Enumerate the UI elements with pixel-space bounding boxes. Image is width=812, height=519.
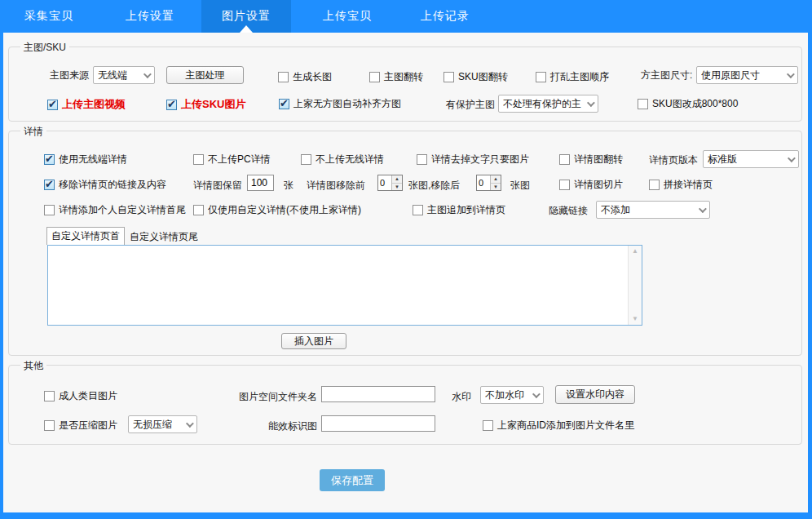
detail-remove-back-stepper[interactable]: 0 ▲▼: [476, 175, 501, 191]
checkbox-label: 成人类目图片: [59, 389, 117, 403]
checkbox-icon: [193, 205, 204, 215]
checkbox-detail-slice[interactable]: 详情图切片: [559, 178, 623, 192]
checkbox-detail-images-only[interactable]: 详情去掉文字只要图片: [417, 153, 529, 166]
hidden-link-select[interactable]: 不添加: [596, 201, 710, 219]
detail-remove-front-label: 详情图移除前: [307, 180, 365, 191]
main-source-select[interactable]: 无线端: [93, 66, 155, 84]
checkbox-only-custom-detail[interactable]: 仅使用自定义详情(不使用上家详情): [193, 203, 361, 217]
nav-tab-upload-history[interactable]: 上传记录: [400, 0, 490, 33]
section-legend-detail: 详情: [20, 125, 46, 139]
checkbox-sku-resize-800[interactable]: SKU图改成800*800: [638, 97, 738, 111]
section-main-sku: 主图/SKU 主图来源 无线端 主图处理 生成长图 主图翻转 SKU图翻转: [8, 47, 802, 122]
chevron-down-icon: [787, 70, 795, 78]
tab-label: 自定义详情页首: [51, 229, 120, 243]
checkbox-icon: [649, 180, 660, 190]
detail-keep-count-input[interactable]: [247, 175, 274, 191]
chevron-down-icon: [699, 205, 707, 213]
checkbox-append-main-to-detail[interactable]: 主图追加到详情页: [413, 203, 505, 217]
tab-label: 自定义详情页尾: [130, 230, 198, 244]
scroll-down-icon[interactable]: ▼: [632, 316, 638, 322]
nav-tab-upload-settings[interactable]: 上传设置: [105, 0, 195, 33]
image-folder-label: 图片空间文件夹名: [229, 392, 317, 402]
checkbox-upload-main-video[interactable]: 上传主图视频: [47, 97, 126, 112]
checkbox-compress-image[interactable]: 是否压缩图片: [44, 419, 117, 432]
checkbox-label: 不上传无线详情: [316, 153, 384, 166]
checkbox-use-wireless-detail[interactable]: 使用无线端详情: [44, 153, 127, 166]
spin-up-button[interactable]: ▲: [491, 175, 501, 184]
nav-tab-label: 采集宝贝: [24, 9, 73, 24]
energy-label-input[interactable]: [321, 415, 435, 432]
compress-mode-select[interactable]: 无损压缩: [128, 415, 197, 433]
checkbox-seller-id-in-filename[interactable]: 上家商品ID添加到图片文件名里: [483, 419, 634, 432]
checkbox-no-pc-detail[interactable]: 不上传PC详情: [193, 153, 271, 166]
insert-image-button[interactable]: 插入图片: [281, 333, 346, 349]
checkbox-flip-detail-image[interactable]: 详情图翻转: [559, 153, 623, 166]
detail-version-value: 标准版: [708, 153, 737, 166]
checkbox-icon: [444, 72, 454, 82]
checkbox-icon: [301, 154, 311, 165]
square-size-label: 方主图尺寸:: [641, 70, 692, 81]
section-other: 其他 成人类目图片 图片空间文件夹名 水印 不加水印 设置水印内容 是否压缩图片…: [8, 365, 802, 445]
checkbox-adult-category[interactable]: 成人类目图片: [44, 389, 117, 403]
scroll-up-icon[interactable]: ▲: [632, 248, 638, 255]
checkbox-shuffle-main-images[interactable]: 打乱主图顺序: [536, 70, 609, 84]
section-legend-other: 其他: [20, 359, 46, 373]
image-folder-input[interactable]: [321, 386, 435, 402]
custom-detail-textarea[interactable]: [48, 246, 628, 325]
detail-keep-label: 详情图保留: [193, 180, 242, 191]
nav-tab-image-settings[interactable]: 图片设置: [201, 0, 291, 33]
checkbox-checked-icon: [47, 100, 58, 110]
checkbox-join-detail-page[interactable]: 拼接详情页: [649, 178, 713, 192]
checkbox-no-wireless-detail[interactable]: 不上传无线详情: [301, 153, 384, 166]
checkbox-icon: [44, 205, 55, 215]
spin-down-button[interactable]: ▼: [392, 184, 402, 191]
checkbox-auto-square-fill[interactable]: 上家无方图自动补齐方图: [279, 97, 401, 111]
stepper-value: 0: [378, 175, 391, 190]
stepper-arrows: ▲▼: [391, 175, 402, 190]
chevron-down-icon: [587, 99, 595, 107]
energy-label-label: 能效标识图: [229, 421, 317, 432]
checkbox-label: 上传SKU图片: [181, 97, 245, 112]
checkbox-checked-icon: [44, 154, 55, 165]
stepper-arrows: ▲▼: [490, 175, 501, 190]
main-image-process-button[interactable]: 主图处理: [166, 66, 244, 84]
spin-up-button[interactable]: ▲: [392, 175, 402, 184]
checkbox-flip-main-image[interactable]: 主图翻转: [369, 70, 423, 84]
checkbox-flip-sku-image[interactable]: SKU图翻转: [444, 70, 508, 84]
custom-detail-editor: ▲ ▼: [47, 245, 642, 326]
nav-tab-label: 上传记录: [421, 9, 470, 24]
active-tab-arrow-icon: [240, 25, 253, 33]
tab-custom-detail-head[interactable]: 自定义详情页首: [46, 227, 125, 245]
checkbox-label: 使用无线端详情: [59, 153, 127, 166]
tab-custom-detail-foot[interactable]: 自定义详情页尾: [126, 228, 202, 245]
square-size-select[interactable]: 使用原图尺寸: [696, 66, 798, 84]
checkbox-icon: [483, 420, 493, 431]
scrollbar[interactable]: ▲ ▼: [628, 246, 642, 325]
section-legend-main-sku: 主图/SKU: [20, 41, 69, 55]
checkbox-generate-long-image[interactable]: 生成长图: [278, 70, 332, 84]
spin-down-button[interactable]: ▼: [491, 184, 501, 191]
nav-tab-upload-items[interactable]: 上传宝贝: [302, 0, 392, 33]
watermark-select[interactable]: 不加水印: [480, 386, 544, 404]
stepper-value: 0: [477, 175, 490, 190]
checkbox-icon: [638, 99, 648, 109]
checkbox-label: 是否压缩图片: [59, 419, 117, 432]
save-config-button[interactable]: 保存配置: [320, 469, 385, 491]
watermark-settings-button[interactable]: 设置水印内容: [555, 385, 635, 404]
chevron-down-icon: [186, 419, 194, 428]
section-detail: 详情 使用无线端详情 不上传PC详情 不上传无线详情 详情去掉文字只要图片 详情…: [8, 131, 802, 356]
content-area: 主图/SKU 主图来源 无线端 主图处理 生成长图 主图翻转 SKU图翻转: [3, 33, 808, 512]
detail-remove-front-stepper[interactable]: 0 ▲▼: [377, 175, 403, 191]
detail-version-select[interactable]: 标准版: [703, 150, 799, 168]
checkbox-checked-icon: [44, 180, 55, 190]
checkbox-label: 主图翻转: [384, 70, 423, 84]
hidden-link-label: 隐藏链接: [549, 206, 588, 216]
checkbox-upload-sku-images[interactable]: 上传SKU图片: [166, 97, 245, 112]
checkbox-label: 移除详情页的链接及内容: [59, 178, 166, 192]
checkbox-remove-detail-links[interactable]: 移除详情页的链接及内容: [44, 178, 166, 192]
nav-tab-collect-items[interactable]: 采集宝贝: [4, 0, 94, 33]
checkbox-label: 详情添加个人自定义详情首尾: [59, 203, 186, 217]
chevron-down-icon: [788, 154, 796, 162]
checkbox-custom-head-foot[interactable]: 详情添加个人自定义详情首尾: [44, 203, 186, 217]
protected-main-select[interactable]: 不处理有保护的主: [498, 95, 598, 113]
